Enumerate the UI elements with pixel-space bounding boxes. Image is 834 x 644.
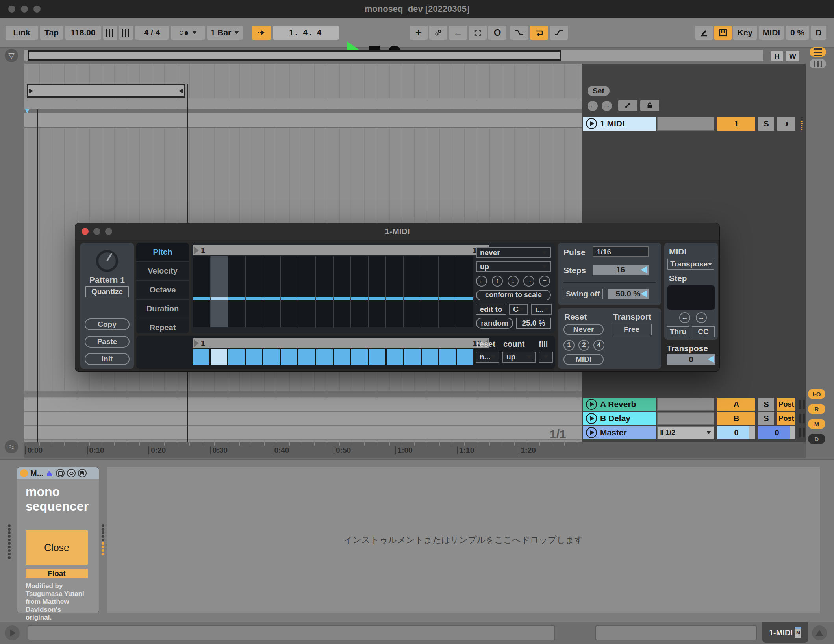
tap-tempo-button[interactable]: Tap — [40, 26, 63, 40]
return-a-lane[interactable] — [24, 398, 582, 412]
follow-button[interactable] — [252, 26, 271, 40]
gate-step-7[interactable] — [298, 349, 316, 365]
computer-midi-keyboard-button[interactable] — [714, 26, 732, 40]
strip-range-header[interactable]: 1 16 — [193, 338, 489, 348]
midi-overdub-button[interactable] — [429, 26, 447, 40]
gate-step-12[interactable] — [387, 349, 404, 365]
clip-badge[interactable]: 1-MIDI M — [762, 622, 808, 643]
reset-count-1[interactable]: 1 — [563, 340, 575, 351]
pitch-step-5[interactable] — [263, 256, 281, 327]
close-window-button[interactable] — [8, 6, 15, 13]
swing-amount-slider[interactable]: 50.0 % — [608, 289, 649, 299]
pitch-step-12[interactable] — [386, 256, 404, 327]
track-arm-button[interactable]: ◑ — [777, 117, 795, 131]
next-marker-button[interactable]: → — [602, 101, 612, 111]
marquee-selection-button[interactable] — [469, 26, 487, 40]
mixer-view-button[interactable] — [810, 59, 826, 68]
hand-icon[interactable] — [46, 469, 54, 477]
pitch-value-bar[interactable] — [316, 297, 333, 300]
random-amount-field[interactable]: 25.0 % — [516, 318, 551, 329]
delay-section-toggle[interactable]: D — [808, 434, 825, 444]
pitch-step-11[interactable] — [369, 256, 386, 327]
key-map-button[interactable]: Key — [733, 26, 757, 40]
pitch-step-6[interactable] — [281, 256, 298, 327]
return-io-box[interactable] — [657, 398, 714, 411]
device-save-button[interactable] — [78, 469, 87, 477]
pitch-step-9[interactable] — [334, 256, 351, 327]
punch-out-button[interactable] — [550, 26, 568, 40]
gate-step-8[interactable] — [316, 349, 334, 365]
gate-step-13[interactable] — [404, 349, 422, 365]
draw-mode-button[interactable] — [695, 26, 713, 40]
return-send-box[interactable]: A — [717, 398, 755, 411]
return-solo-button[interactable]: S — [758, 398, 774, 411]
gate-step-11[interactable] — [369, 349, 387, 365]
tab-octave[interactable]: Octave — [136, 281, 189, 300]
set-button[interactable]: Set — [588, 86, 610, 96]
prev-marker-button[interactable]: ← — [588, 101, 598, 111]
track-name-cell[interactable]: 1 MIDI — [583, 117, 656, 131]
track-solo-button[interactable]: S — [758, 117, 774, 131]
reset-count-4[interactable]: 4 — [593, 340, 604, 351]
returns-section-toggle[interactable]: R — [808, 404, 825, 414]
grid-range-header[interactable]: 1 16 — [193, 245, 489, 255]
tab-repeat[interactable]: Repeat — [136, 318, 189, 337]
quantize-button[interactable]: Quantize — [85, 286, 129, 297]
scrub-strip[interactable] — [24, 109, 582, 113]
pitch-value-bar[interactable] — [439, 297, 456, 300]
pitch-value-bar[interactable] — [351, 297, 368, 300]
pitch-step-16[interactable] — [456, 256, 473, 327]
reset-mode-button[interactable]: Never — [563, 324, 604, 335]
master-pan-box[interactable]: 0 — [758, 426, 795, 439]
repeat-mode-dropdown[interactable]: never — [476, 247, 551, 258]
show-info-button[interactable] — [5, 625, 20, 640]
quantization-menu[interactable]: 1 Bar — [207, 26, 243, 40]
range-start-marker[interactable] — [194, 339, 199, 347]
pitch-step-8[interactable] — [316, 256, 334, 327]
tab-duration[interactable]: Duration — [136, 300, 189, 318]
new-button[interactable]: + — [410, 26, 428, 40]
pitch-step-1[interactable] — [193, 256, 211, 327]
reset-count-2[interactable]: 2 — [578, 340, 589, 351]
arrangement-position-display[interactable]: 1. 4. 4 — [273, 26, 339, 40]
master-cue-selector[interactable]: ‖ 1/2 — [657, 426, 714, 439]
pitch-step-2[interactable] — [211, 256, 228, 327]
return-routing-button[interactable]: Post — [777, 412, 795, 425]
automation-mode-button[interactable] — [618, 100, 637, 111]
pulse-dropdown[interactable]: 1/16 — [593, 246, 649, 257]
zoom-window-button[interactable] — [33, 6, 41, 13]
mixer-section-toggle[interactable]: M — [808, 419, 825, 429]
pitch-step-grid[interactable] — [193, 256, 473, 327]
tab-pitch[interactable]: Pitch — [136, 243, 189, 262]
fill-dropdown[interactable] — [539, 352, 553, 363]
back-to-arrangement-button[interactable]: ← — [449, 26, 467, 40]
time-ruler[interactable]: 0:000:100:200:300:400:501:001:101:20 — [24, 442, 806, 458]
pitch-value-bar[interactable] — [421, 297, 438, 300]
midi-track-lane[interactable] — [24, 113, 582, 128]
direction-dropdown[interactable]: up — [476, 261, 551, 272]
gate-step-4[interactable] — [246, 349, 263, 365]
pitch-value-bar[interactable] — [456, 297, 473, 300]
pitch-value-bar[interactable] — [298, 297, 315, 300]
step-right-button[interactable]: → — [696, 312, 707, 323]
cc-button[interactable]: CC — [692, 326, 715, 337]
arrangement-overview-toggle[interactable]: ▽ — [5, 49, 18, 62]
device-titlebar[interactable]: M... — [17, 467, 99, 479]
tempo-field[interactable]: 118.00 — [65, 26, 101, 40]
gate-step-14[interactable] — [422, 349, 439, 365]
nudge-down-button[interactable] — [103, 26, 117, 40]
loop-brace[interactable] — [27, 84, 185, 98]
return-name-cell[interactable]: B Delay — [583, 412, 656, 425]
reset-dropdown[interactable]: n... — [476, 352, 499, 363]
close-button[interactable]: Close — [26, 530, 88, 565]
return-io-box[interactable] — [657, 412, 714, 425]
pitch-value-bar[interactable] — [228, 297, 245, 300]
gate-step-16[interactable] — [457, 349, 473, 365]
pitch-value-bar[interactable] — [386, 297, 403, 300]
shift-down-button[interactable]: ↓ — [508, 276, 519, 287]
transport-mode-button[interactable]: Free — [612, 324, 652, 335]
shift-right-button[interactable]: → — [523, 276, 534, 287]
key-dropdown[interactable]: C — [509, 304, 528, 315]
float-button[interactable]: Float — [26, 569, 88, 578]
device-sync-button[interactable] — [67, 469, 76, 477]
